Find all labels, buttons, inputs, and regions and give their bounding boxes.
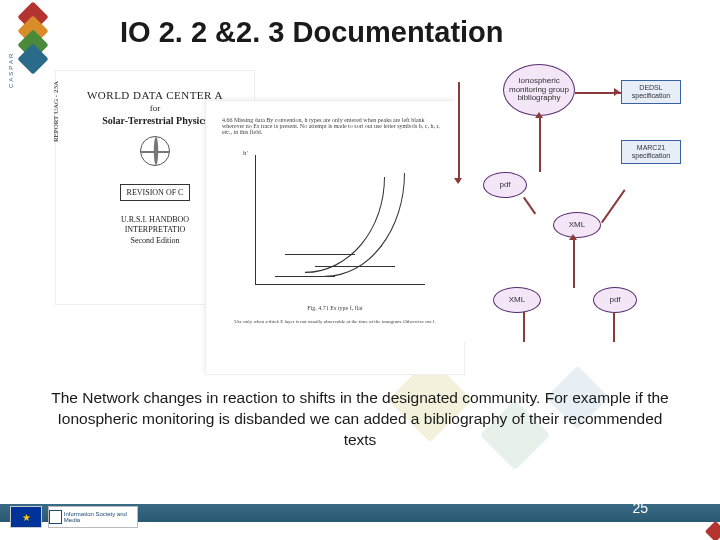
slide-caption: The Network changes in reaction to shift… <box>40 388 680 451</box>
doc-page-plot: h' <box>245 155 425 295</box>
node-bibliography: Ionospheric monitoring group bibliograph… <box>503 64 575 116</box>
node-pdf-1: pdf <box>483 172 527 198</box>
eu-flag-icon: ★ <box>10 506 42 528</box>
ist-logo: Information Society and Media <box>48 506 138 528</box>
report-side-label: REPORT UAG - 23A <box>52 81 60 142</box>
revision-box: REVISION OF C <box>120 184 191 201</box>
page-title: IO 2. 2 &2. 3 Documentation <box>120 16 504 49</box>
slide: CASPAR IO 2. 2 &2. 3 Documentation REPOR… <box>0 0 720 540</box>
node-dedsl: DEDSL specification <box>621 80 681 104</box>
network-diagram: Ionospheric monitoring group bibliograph… <box>453 62 688 342</box>
node-marc21: MARC21 specification <box>621 140 681 164</box>
ist-logo-text: Information Society and Media <box>64 511 137 523</box>
plot-ylabel: h' <box>243 149 248 157</box>
node-xml-1: XML <box>553 212 601 238</box>
content-area: REPORT UAG - 23A WORLD DATA CENTER A for… <box>55 70 685 375</box>
page-number: 25 <box>632 500 648 516</box>
footer: ★ Information Society and Media 25 <box>0 486 720 540</box>
plot-note: Use only when a thick E layer is not usu… <box>222 319 448 326</box>
globe-icon <box>140 136 170 166</box>
plot-caption: Fig. 4.71 Es type f, flat <box>222 305 448 311</box>
doc-page-desc: 4.66 Missing data By convention, h types… <box>222 117 448 135</box>
node-pdf-2: pdf <box>593 287 637 313</box>
doc-page-image: 4.66 Missing data By convention, h types… <box>205 100 465 375</box>
node-xml-2: XML <box>493 287 541 313</box>
